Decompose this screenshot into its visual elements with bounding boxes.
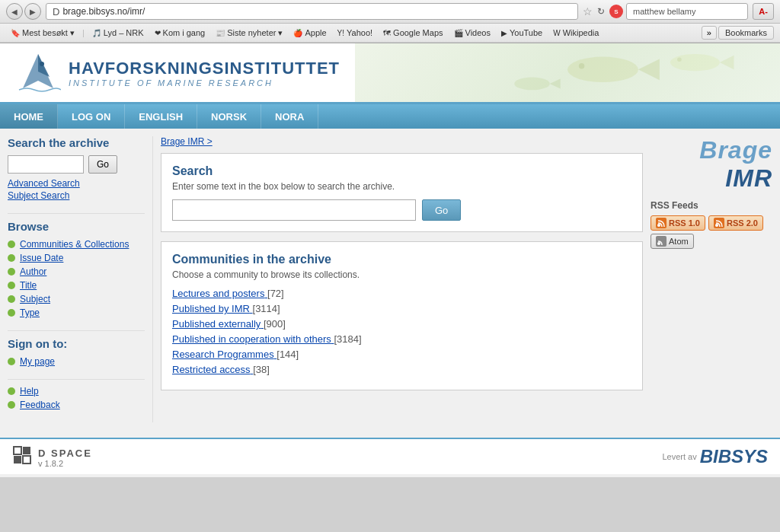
browse-dot-title (8, 282, 15, 289)
rss2-icon (714, 218, 724, 228)
search-engine-icon: S (609, 5, 623, 18)
browse-title: Browse (8, 220, 145, 233)
help-link[interactable]: Help (20, 386, 39, 397)
nav-home[interactable]: HOME (0, 104, 58, 129)
search-box-description: Enter some text in the box below to sear… (172, 181, 631, 192)
community-lectures: Lectures and posters [72] (172, 288, 631, 299)
browse-section: Browse Communities & Collections Issue D… (8, 220, 145, 318)
bookmark-star[interactable]: ☆ (583, 5, 593, 18)
subject-link[interactable]: Subject (20, 294, 50, 304)
main-go-button[interactable]: Go (422, 199, 461, 221)
type-link[interactable]: Type (20, 307, 40, 318)
svg-point-9 (514, 77, 549, 90)
bookmark-videos[interactable]: 🎬 Videos (449, 27, 495, 39)
feedback-link[interactable]: Feedback (20, 400, 60, 410)
browse-dot-subject (8, 295, 15, 303)
help-item: Help (8, 386, 145, 397)
maps-icon: 🗺 (383, 29, 391, 37)
author-link[interactable]: Author (20, 266, 46, 277)
apple-icon: 🍎 (293, 29, 302, 37)
restricted-access-link[interactable]: Restricted access (172, 364, 253, 375)
bookmark-wikipedia-label: Wikipedia (563, 28, 599, 37)
content-wrapper: Search the archive Go Advanced Search Su… (0, 129, 780, 430)
bookmark-apple[interactable]: 🍎 Apple (289, 27, 331, 39)
dspace-icon (12, 445, 35, 468)
fish-decoration (355, 43, 780, 104)
svg-point-13 (657, 242, 660, 245)
browser-menu-button[interactable]: A- (753, 3, 774, 20)
research-programmes-count: [144] (277, 349, 299, 360)
breadcrumb-link[interactable]: Brage IMR > (161, 136, 213, 147)
nav-nora[interactable]: NORA (261, 104, 318, 129)
published-externally-link[interactable]: Published externally (172, 318, 264, 330)
sidebar-go-button[interactable]: Go (88, 155, 117, 174)
sidebar: Search the archive Go Advanced Search Su… (8, 136, 145, 422)
my-page-link[interactable]: My page (20, 356, 55, 367)
bookmark-news[interactable]: 📰 Siste nyheter ▾ (211, 27, 287, 40)
nav-norsk[interactable]: NORSK (197, 104, 261, 129)
nrk-icon: 🎵 (92, 29, 101, 37)
nav-english[interactable]: ENGLISH (125, 104, 197, 129)
brage-title-brage: Brage (699, 136, 772, 164)
browser-search-input[interactable]: matthew bellamy (626, 3, 748, 20)
signon-section: Sign on to: My page (8, 337, 145, 367)
research-programmes-link[interactable]: Research Programmes (172, 349, 277, 360)
help-dot (8, 387, 15, 395)
bookmark-videos-label: Videos (465, 28, 491, 37)
search-archive-row: Go (8, 155, 145, 174)
sidebar-search-input[interactable] (8, 155, 84, 174)
forward-button[interactable]: ▶ (24, 3, 41, 20)
published-imr-link[interactable]: Published by IMR (172, 303, 253, 314)
dspace-version: v 1.8.2 (38, 459, 92, 468)
title-link[interactable]: Title (20, 280, 37, 291)
refresh-button[interactable]: ↻ (597, 6, 605, 17)
logo-text: HAVFORSKNINGSINSTITUTTET INSTITUTE OF MA… (69, 59, 340, 88)
bookmark-googlemaps[interactable]: 🗺 Google Maps (379, 27, 447, 39)
search-box-title: Search (172, 164, 631, 178)
bookmark-getstarted[interactable]: ❤ Kom i gang (150, 27, 210, 39)
nav-buttons: ◀ ▶ (6, 3, 41, 20)
bookmark-news-label: Siste nyheter (227, 28, 276, 37)
browse-communities: Communities & Collections (8, 239, 145, 250)
nav-logon[interactable]: LOG ON (58, 104, 125, 129)
bookmark-nrk-label: Lyd – NRK (104, 28, 144, 37)
lectures-link[interactable]: Lectures and posters (172, 288, 267, 299)
back-button[interactable]: ◀ (6, 3, 23, 20)
browse-dot-issue-date (8, 254, 15, 262)
wikipedia-icon: W (553, 29, 560, 37)
communities-collections-link[interactable]: Communities & Collections (20, 239, 129, 250)
bookmarks-folder[interactable]: Bookmarks (718, 26, 774, 40)
dspace-label: D SPACE (38, 448, 92, 459)
communities-title: Communities in the archive (172, 253, 631, 266)
bookmark-label: Mest besøkt (22, 28, 68, 37)
bookmark-youtube[interactable]: ▶ YouTube (497, 27, 547, 39)
institute-subtitle: INSTITUTE OF MARINE RESEARCH (69, 78, 340, 88)
bookmark-wikipedia[interactable]: W Wikipedia (548, 27, 603, 39)
getstarted-icon: ❤ (155, 29, 161, 37)
brage-imr-title: Brage IMR (651, 136, 772, 193)
main-search-input[interactable] (172, 199, 416, 221)
bookmark-nrk[interactable]: 🎵 Lyd – NRK (88, 27, 149, 39)
rss-1-button[interactable]: RSS 1.0 (651, 215, 705, 231)
browser-toolbar: ◀ ▶ D brage.bibsys.no/imr/ ☆ ↻ S matthew… (0, 0, 780, 24)
published-cooperation-link[interactable]: Published in cooperation with others (172, 333, 334, 345)
rss-2-button[interactable]: RSS 2.0 (708, 215, 763, 231)
address-bar[interactable]: D brage.bibsys.no/imr/ (46, 3, 578, 20)
svg-point-5 (579, 62, 584, 68)
advanced-search-link[interactable]: Advanced Search (8, 178, 145, 189)
content-separator (152, 136, 153, 422)
svg-point-6 (670, 53, 720, 70)
bibsys-logo: BIBSYS (700, 446, 768, 467)
signon-title: Sign on to: (8, 337, 145, 350)
bookmarks-more-button[interactable]: » (702, 26, 717, 40)
bookmark-most-visited[interactable]: 🔖 Mest besøkt ▾ (6, 27, 79, 40)
atom-button[interactable]: Atom (651, 234, 694, 249)
bookmark-yahoo[interactable]: Y! Yahoo! (333, 27, 378, 39)
bookmarks-folder-label: Bookmarks (725, 28, 767, 37)
bookmark-apple-label: Apple (305, 28, 326, 37)
svg-point-11 (657, 224, 660, 227)
svg-marker-7 (720, 55, 734, 69)
feedback-item: Feedback (8, 400, 145, 410)
subject-search-link[interactable]: Subject Search (8, 190, 145, 201)
issue-date-link[interactable]: Issue Date (20, 253, 63, 263)
